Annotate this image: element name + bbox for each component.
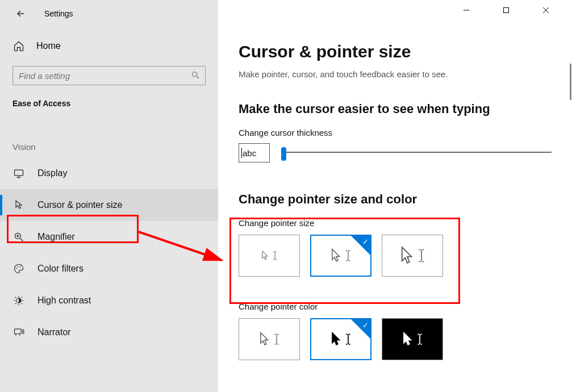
svg-point-11 bbox=[20, 266, 21, 268]
pointer-size-options: ✓ bbox=[239, 235, 552, 277]
search-icon bbox=[191, 70, 200, 82]
cursor-arrow-icon bbox=[402, 332, 414, 347]
svg-rect-21 bbox=[15, 329, 22, 333]
text-caret-icon bbox=[345, 248, 351, 263]
palette-icon bbox=[12, 262, 25, 275]
maximize-button[interactable] bbox=[494, 2, 519, 18]
close-button[interactable] bbox=[533, 2, 558, 18]
slider-thumb[interactable] bbox=[281, 147, 286, 161]
abc-sample: abc bbox=[243, 148, 256, 158]
back-arrow-icon bbox=[15, 9, 26, 19]
svg-line-20 bbox=[22, 297, 23, 298]
pointer-size-medium[interactable]: ✓ bbox=[310, 235, 371, 277]
cursor-icon bbox=[12, 199, 25, 211]
sidebar-item-high-contrast[interactable]: High contrast bbox=[0, 285, 218, 316]
svg-line-19 bbox=[15, 303, 16, 305]
section-title: Ease of Access bbox=[12, 99, 206, 108]
contrast-icon bbox=[12, 294, 25, 307]
sidebar-item-label: Magnifier bbox=[37, 232, 75, 242]
group-title: Vision bbox=[12, 142, 206, 152]
svg-point-0 bbox=[193, 72, 197, 77]
sidebar-item-display[interactable]: Display bbox=[0, 157, 218, 189]
svg-point-10 bbox=[18, 266, 19, 267]
sidebar-item-label: Color filters bbox=[37, 264, 83, 274]
text-caret-icon bbox=[274, 332, 279, 347]
display-icon bbox=[12, 167, 25, 180]
home-label: Home bbox=[36, 41, 61, 51]
svg-line-17 bbox=[15, 297, 16, 298]
text-caret-icon bbox=[345, 332, 351, 347]
window-controls bbox=[454, 2, 572, 18]
pointer-color-black[interactable]: ✓ bbox=[310, 318, 371, 360]
pointer-color-white[interactable] bbox=[239, 318, 300, 360]
svg-line-1 bbox=[197, 76, 199, 78]
svg-point-9 bbox=[16, 268, 17, 269]
cursor-arrow-icon bbox=[261, 251, 269, 261]
cursor-arrow-icon bbox=[331, 332, 342, 347]
main-content: Cursor & pointer size Make pointer, curs… bbox=[218, 0, 572, 392]
page-subtitle: Make pointer, cursor, and touch feedback… bbox=[239, 69, 552, 79]
sidebar-item-magnifier[interactable]: Magnifier bbox=[0, 221, 218, 253]
sidebar-item-label: Cursor & pointer size bbox=[37, 200, 122, 210]
pointer-size-small[interactable] bbox=[239, 235, 300, 277]
cursor-arrow-icon bbox=[331, 248, 342, 263]
text-caret-icon bbox=[418, 246, 425, 265]
sidebar-item-label: Narrator bbox=[37, 327, 71, 337]
pointer-color-invert[interactable] bbox=[382, 318, 443, 360]
sidebar-item-label: Display bbox=[37, 168, 67, 178]
sidebar-item-color-filters[interactable]: Color filters bbox=[0, 253, 218, 285]
cursor-arrow-icon bbox=[400, 246, 415, 265]
minimize-button[interactable] bbox=[454, 2, 479, 18]
window-title: Settings bbox=[44, 9, 73, 18]
search-container bbox=[12, 66, 206, 85]
page-title: Cursor & pointer size bbox=[239, 42, 552, 61]
cursor-arrow-icon bbox=[259, 332, 270, 347]
section-typing-heading: Make the cursor easier to see when typin… bbox=[239, 102, 552, 116]
check-icon: ✓ bbox=[362, 237, 369, 246]
svg-rect-2 bbox=[15, 170, 23, 176]
text-caret-icon bbox=[273, 251, 277, 261]
thickness-preview: abc bbox=[239, 143, 270, 162]
back-button[interactable] bbox=[14, 7, 27, 20]
thickness-slider[interactable] bbox=[281, 146, 552, 160]
narrator-icon bbox=[12, 326, 25, 339]
magnifier-icon bbox=[12, 231, 25, 243]
sidebar: Settings Home Ease of Access Vision Disp… bbox=[0, 0, 218, 392]
sidebar-item-narrator[interactable]: Narrator bbox=[0, 316, 218, 348]
thickness-row: abc bbox=[239, 143, 552, 162]
pointer-size-label: Change pointer size bbox=[239, 218, 552, 228]
home-icon bbox=[12, 40, 25, 52]
check-icon: ✓ bbox=[362, 321, 369, 330]
text-caret-icon bbox=[417, 332, 423, 347]
scrollbar[interactable] bbox=[570, 64, 571, 100]
svg-line-18 bbox=[22, 303, 23, 305]
pointer-size-large[interactable] bbox=[382, 235, 443, 277]
svg-line-6 bbox=[20, 239, 23, 241]
home-nav[interactable]: Home bbox=[0, 27, 218, 62]
thickness-label: Change cursor thickness bbox=[239, 128, 552, 137]
svg-rect-25 bbox=[504, 8, 509, 13]
sidebar-item-label: High contrast bbox=[37, 295, 91, 306]
pointer-color-options: ✓ bbox=[239, 318, 552, 360]
search-input[interactable] bbox=[12, 66, 206, 85]
section-sizecolor-heading: Change pointer size and color bbox=[239, 192, 552, 207]
pointer-color-label: Change pointer color bbox=[239, 302, 552, 311]
sidebar-item-cursor-pointer[interactable]: Cursor & pointer size bbox=[0, 189, 218, 221]
titlebar: Settings bbox=[0, 0, 218, 27]
